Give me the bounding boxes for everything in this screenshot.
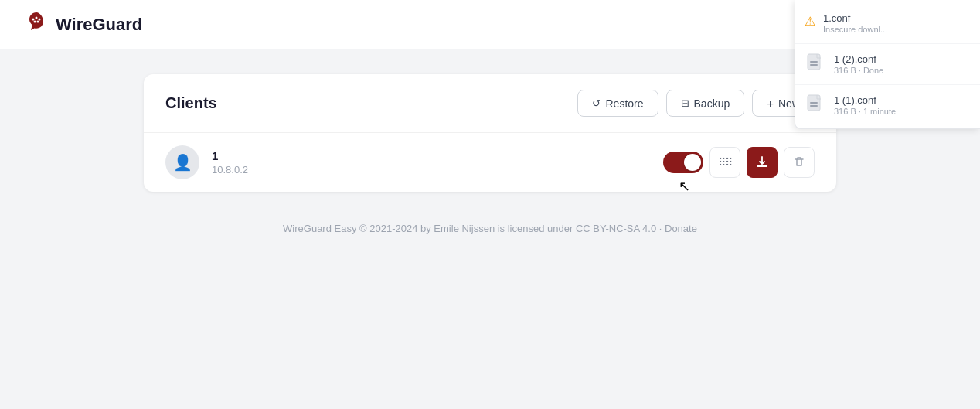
trash-icon [793, 156, 805, 169]
client-enable-toggle[interactable] [663, 152, 703, 173]
tray-divider-1 [795, 84, 980, 85]
client-controls: ⠿⠿ [663, 147, 815, 178]
logo-text: WireGuard [56, 15, 142, 35]
clients-card: Clients ↺ Restore ⊟ Backup + New 👤 [144, 74, 836, 192]
backup-button[interactable]: ⊟ Backup [666, 90, 745, 117]
card-title: Clients [165, 94, 217, 112]
tray-item-info-0: 1.conf Insecure downl... [823, 12, 971, 34]
backup-icon: ⊟ [681, 97, 689, 109]
tray-filename-1: 1 (2).conf [834, 53, 971, 65]
svg-rect-7 [810, 61, 818, 63]
qr-code-button[interactable]: ⠿⠿ [709, 147, 740, 178]
download-button[interactable] [747, 147, 778, 178]
card-actions: ↺ Restore ⊟ Backup + New [577, 90, 815, 117]
svg-rect-10 [810, 102, 818, 104]
restore-button[interactable]: ↺ Restore [577, 90, 658, 117]
tray-divider-0 [795, 43, 980, 44]
client-name: 1 [212, 149, 651, 162]
tray-filename-0: 1.conf [823, 12, 971, 24]
svg-point-2 [39, 19, 41, 21]
file-icon-1 [805, 53, 826, 73]
toggle-track [663, 152, 703, 173]
delete-button[interactable] [784, 147, 815, 178]
download-tray: ⚠ 1.conf Insecure downl... 1 (2).conf 31… [795, 0, 980, 129]
toggle-thumb [684, 154, 701, 171]
wireguard-logo-icon [25, 11, 48, 38]
logo-area: WireGuard [25, 11, 142, 38]
svg-point-4 [37, 21, 39, 23]
client-avatar: 👤 [165, 145, 199, 179]
svg-point-0 [32, 19, 35, 21]
tray-item-info-1: 1 (2).conf 316 B · Done [834, 53, 971, 75]
restore-icon: ↺ [592, 97, 601, 109]
qr-code-icon: ⠿⠿ [718, 156, 732, 169]
warning-icon: ⚠ [805, 14, 815, 29]
file-icon-2 [805, 94, 826, 114]
footer: WireGuard Easy © 2021-2024 by Emile Nijs… [144, 204, 836, 253]
tray-item-1: 1 (2).conf 316 B · Done [795, 47, 980, 81]
avatar-icon: 👤 [173, 153, 192, 172]
client-row: 👤 1 10.8.0.2 ⠿⠿ [144, 133, 836, 192]
card-header: Clients ↺ Restore ⊟ Backup + New [144, 74, 836, 133]
svg-rect-9 [810, 105, 818, 107]
footer-text: WireGuard Easy © 2021-2024 by Emile Nijs… [283, 223, 697, 234]
tray-status-2: 316 B · 1 minute [834, 107, 971, 116]
restore-label: Restore [605, 97, 643, 110]
client-ip: 10.8.0.2 [212, 164, 651, 176]
main-content: Clients ↺ Restore ⊟ Backup + New 👤 [119, 49, 861, 278]
tray-filename-2: 1 (1).conf [834, 94, 971, 106]
plus-icon: + [767, 97, 774, 110]
tray-status-1: 316 B · Done [834, 66, 971, 75]
tray-item-0: ⚠ 1.conf Insecure downl... [795, 6, 980, 40]
tray-item-info-2: 1 (1).conf 316 B · 1 minute [834, 94, 971, 116]
client-info: 1 10.8.0.2 [212, 149, 651, 176]
svg-point-1 [36, 17, 38, 19]
download-icon [756, 156, 768, 169]
backup-label: Backup [694, 97, 730, 110]
tray-item-2: 1 (1).conf 316 B · 1 minute [795, 88, 980, 122]
tray-status-0: Insecure downl... [823, 25, 971, 34]
svg-rect-6 [810, 64, 818, 66]
svg-point-3 [34, 21, 36, 23]
